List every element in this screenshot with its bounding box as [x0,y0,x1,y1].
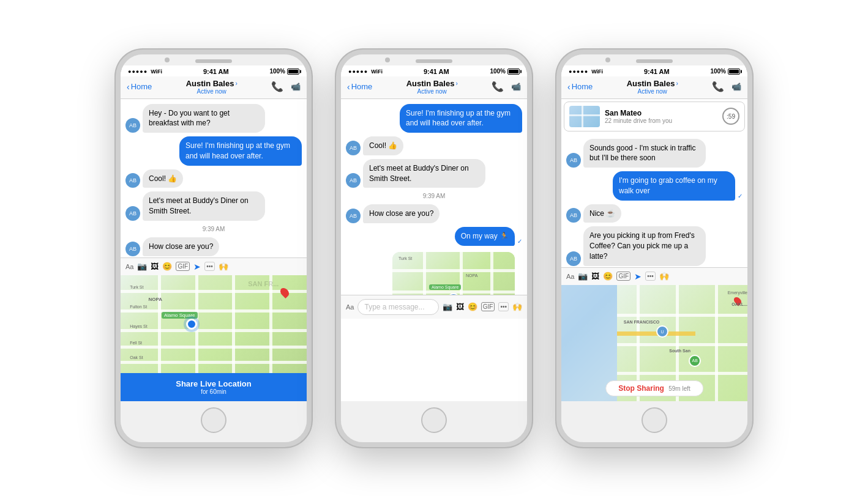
avatar-1-3: AB [125,173,140,188]
map-bubble-2: Turk St NOPA Alamo Square LOWER HAIGHT A… [392,252,515,294]
gif-icon-2[interactable]: GIF [481,302,495,311]
time-left-3: 59m left [668,385,690,392]
nav-icons-3: 📞 📹 [712,81,741,92]
video-icon-3[interactable]: 📹 [731,82,741,91]
home-button-2[interactable] [421,407,447,433]
status-bar-2: ●●●●● WiFi 9:41 AM 100% [341,65,527,76]
active-status-2: Active now [406,88,458,95]
status-right-2: 100% [490,68,520,75]
send-icon-3[interactable]: ➤ [634,272,642,281]
signal-dots-3: ●●●●● [569,68,588,75]
battery-pct-3: 100% [710,68,726,75]
avatar-1-1: AB [125,118,140,133]
emoji-icon-3[interactable]: 😊 [603,272,613,281]
camera-icon-1[interactable]: 📷 [137,262,147,271]
back-button-1[interactable]: ‹ Home [127,82,152,92]
phone-icon-3[interactable]: 📞 [712,81,724,92]
phone-icon-2[interactable]: 📞 [492,81,504,92]
stop-sharing-btn-3[interactable]: Stop Sharing 59m left [605,380,703,396]
more-icon-2[interactable]: ••• [498,302,509,311]
camera-dot-1 [165,57,170,62]
san-fr-label: SAN FR... [248,280,279,287]
stop-sharing-text-3: Stop Sharing [618,384,664,393]
video-icon-1[interactable]: 📹 [291,82,301,91]
avatar-2-2: AB [346,141,361,155]
home-button-3[interactable] [642,407,667,433]
bubble-2-4: How close are you? [363,204,440,223]
south-sf-label: South San [669,349,690,353]
bubble-1-2: Sure! I'm finishing up at the gym and wi… [179,136,302,166]
map-pin-1 [279,286,291,298]
chat-area-3[interactable]: AB Sounds good - I'm stuck in traffic bu… [561,134,747,267]
timestamp-1: 9:39 AM [125,226,302,232]
chat-area-2[interactable]: Sure! I'm finishing up at the gym and wi… [341,99,527,295]
back-button-3[interactable]: ‹ Home [567,82,593,92]
map-bubble-container-2: Turk St NOPA Alamo Square LOWER HAIGHT A… [392,252,515,294]
more-icon-3[interactable]: ••• [645,272,656,281]
oakland-label: OAKL... [731,302,747,306]
emoji-icon-2[interactable]: 😊 [468,302,477,311]
input-bar-2: Aa Type a message... 📷 🖼 😊 GIF ••• 🙌 [341,295,527,319]
back-label-1: Home [131,82,152,91]
nav-center-1[interactable]: Austin Bales › Active now [186,79,238,95]
video-icon-2[interactable]: 📹 [511,82,521,91]
battery-icon-2 [507,68,520,75]
phone-icon-1[interactable]: 📞 [271,81,283,92]
name-chevron-1: › [235,80,237,87]
bubble-3-1: Sounds good - I'm stuck in traffic but I… [583,139,706,168]
timestamp-2: 9:39 AM [346,193,522,199]
photo-icon-2[interactable]: 🖼 [456,302,464,311]
road-label-turk: Turk St [130,285,143,289]
turk-label-2: Turk St [398,256,412,261]
msg-row-2-1: Sure! I'm finishing up at the gym and wi… [346,104,522,133]
alamo-label-2: Alamo Square [429,284,461,290]
wifi-icon-1: WiFi [151,68,162,75]
msg-row-3-1: AB Sounds good - I'm stuck in traffic bu… [566,139,743,168]
more-icon-1[interactable]: ••• [204,262,215,271]
avatar-1-4: AB [125,206,140,221]
input-bar-3: Aa 📷 🖼 😊 GIF ➤ ••• 🙌 [561,267,747,285]
hands-icon-2: 🙌 [512,302,522,311]
share-location-btn-1[interactable]: Share Live Location for 60min [121,373,307,401]
nav-center-3[interactable]: Austin Bales › Active now [627,79,678,95]
map-contact-avatar-3: AB [689,355,701,367]
send-icon-1[interactable]: ➤ [193,262,201,272]
san-mateo-dist: 22 minute drive from you [605,117,717,124]
camera-icon-2[interactable]: 📷 [443,302,452,311]
back-button-2[interactable]: ‹ Home [347,82,372,92]
gif-icon-1[interactable]: GIF [176,262,190,271]
home-button-1[interactable] [201,407,226,433]
active-status-3: Active now [627,88,678,95]
message-input-2[interactable]: Type a message... [357,299,438,315]
road-label-hayes: Hayes St [130,324,147,328]
emoji-icon-1[interactable]: 😊 [162,262,172,271]
nav-center-2[interactable]: Austin Bales › Active now [406,79,458,95]
bubble-2-2: Cool! 👍 [363,136,403,155]
gif-icon-3[interactable]: GIF [616,272,630,281]
map-area-1: Turk St Fulton St Hayes St Fell St Oak S… [121,275,307,373]
nav-icons-1: 📞 📹 [271,81,301,92]
name-chevron-2: › [455,80,457,87]
phone-3: ●●●●● WiFi 9:41 AM 100% ‹ Home Austin Ba… [556,50,752,447]
battery-icon-3 [728,68,740,75]
nav-bar-1: ‹ Home Austin Bales › Active now 📞 📹 [121,76,307,99]
camera-icon-3[interactable]: 📷 [578,272,588,281]
contact-name-3: Austin Bales [627,79,675,88]
san-mateo-map-thumb [569,106,600,127]
msg-row-1-5: AB How close are you? [125,237,302,256]
screen-1: ●●●●● WiFi 9:41 AM 100% ‹ Home Austin Ba… [121,65,307,401]
bubble-2-1: Sure! I'm finishing up at the gym and wi… [400,104,522,133]
nav-icons-2: 📞 📹 [492,81,521,92]
hands-icon-3: 🙌 [659,272,669,281]
avatar-1-5: AB [125,242,140,256]
chat-area-1[interactable]: AB Hey - Do you want to get breakfast wi… [121,99,307,257]
battery-icon-1 [287,68,299,75]
phone-bottom-2 [341,401,527,442]
road-label-fulton: Fulton St [130,305,147,309]
msg-row-3-2: I'm going to grab coffee on my walk over… [566,171,743,201]
battery-pct-1: 100% [269,68,285,75]
battery-pct-2: 100% [490,68,506,75]
bubble-3-3: Nice ☕ [583,204,621,223]
photo-icon-1[interactable]: 🖼 [151,262,159,271]
photo-icon-3[interactable]: 🖼 [591,272,599,281]
